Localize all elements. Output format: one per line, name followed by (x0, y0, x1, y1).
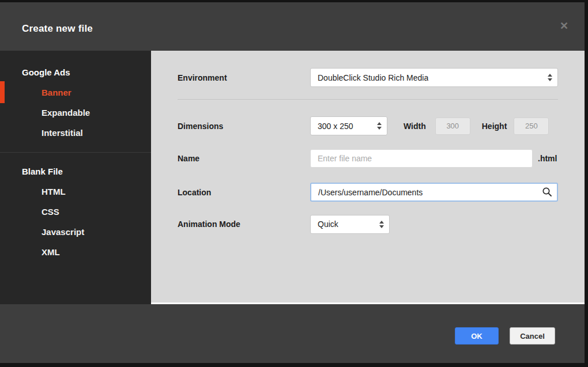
sidebar-item-javascript[interactable]: Javascript (0, 222, 151, 242)
dialog-title: Create new file (22, 23, 93, 35)
sidebar-item-label: HTML (42, 187, 66, 196)
sidebar: Google Ads Banner Expandable Interstitia… (0, 51, 151, 304)
sidebar-group-google-ads: Google Ads (0, 62, 151, 82)
dimensions-row: Dimensions 300 x 250 Width Height (151, 116, 585, 135)
animation-mode-selected-value: Quick (318, 220, 338, 229)
sidebar-item-html[interactable]: HTML (0, 181, 151, 202)
ok-button[interactable]: OK (455, 327, 499, 345)
environment-selected-value: DoubleClick Studio Rich Media (318, 73, 428, 82)
sidebar-group-blank-file: Blank File (0, 161, 151, 181)
location-input-wrap (310, 183, 558, 202)
name-label: Name (151, 154, 310, 163)
sidebar-divider (0, 152, 151, 153)
height-field (514, 118, 549, 135)
sidebar-item-css[interactable]: CSS (0, 202, 151, 222)
sidebar-item-label: Interstitial (42, 128, 83, 138)
sidebar-item-banner[interactable]: Banner (0, 82, 151, 103)
dimensions-preset-select[interactable]: 300 x 250 (310, 116, 387, 135)
sidebar-item-xml[interactable]: XML (0, 242, 151, 262)
cancel-button[interactable]: Cancel (510, 327, 555, 345)
sidebar-item-label: CSS (42, 207, 59, 217)
dialog-header: Create new file ✕ (0, 2, 585, 51)
file-extension-label: .html (538, 154, 557, 163)
environment-select[interactable]: DoubleClick Studio Rich Media (310, 68, 558, 87)
environment-row: Environment DoubleClick Studio Rich Medi… (151, 68, 585, 87)
sidebar-item-label: Banner (42, 88, 71, 97)
name-row: Name .html (151, 149, 585, 168)
close-icon[interactable]: ✕ (560, 21, 568, 31)
sidebar-item-label: XML (42, 247, 60, 257)
file-name-input[interactable] (310, 149, 533, 168)
stepper-icon (379, 221, 384, 228)
sidebar-item-label: Javascript (42, 227, 84, 237)
sidebar-item-interstitial[interactable]: Interstitial (0, 123, 151, 143)
dialog-body: Google Ads Banner Expandable Interstitia… (0, 51, 585, 304)
environment-label: Environment (151, 73, 310, 82)
create-new-file-dialog: Create new file ✕ Google Ads Banner Expa… (0, 2, 585, 363)
sidebar-item-expandable[interactable]: Expandable (0, 103, 151, 123)
active-indicator-bar (0, 81, 5, 103)
section-divider (178, 99, 558, 100)
animation-mode-select[interactable]: Quick (310, 215, 390, 234)
dimensions-label: Dimensions (151, 122, 310, 131)
location-label: Location (151, 188, 310, 197)
sidebar-item-label: Expandable (42, 108, 90, 118)
animation-mode-label: Animation Mode (151, 220, 310, 229)
stepper-icon (548, 74, 552, 81)
animation-mode-row: Animation Mode Quick (151, 215, 585, 233)
form-panel: Environment DoubleClick Studio Rich Medi… (151, 51, 585, 304)
width-field (435, 118, 470, 135)
dialog-footer: OK Cancel (0, 304, 585, 363)
width-label: Width (404, 122, 426, 131)
dimensions-selected-value: 300 x 250 (318, 122, 353, 131)
location-input[interactable] (310, 183, 558, 202)
location-row: Location (151, 183, 585, 202)
height-label: Height (482, 122, 507, 131)
stepper-icon (377, 122, 382, 130)
